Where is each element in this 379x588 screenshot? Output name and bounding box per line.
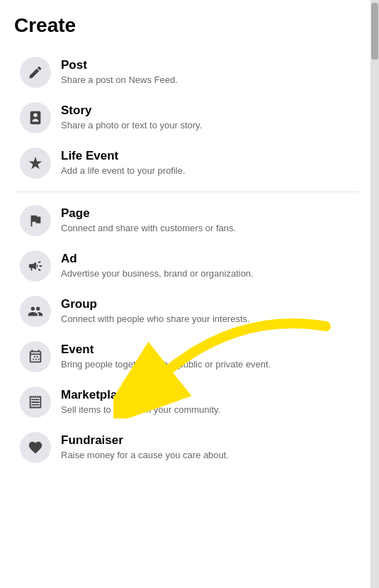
post-icon-circle (20, 57, 51, 88)
fundraiser-text: Fundraiser Raise money for a cause you c… (61, 433, 229, 462)
ad-text: Ad Advertise your business, brand or org… (61, 251, 254, 280)
marketplace-text: Marketplace Listing Sell items to people… (61, 387, 220, 416)
story-text: Story Share a photo or text to your stor… (61, 103, 202, 132)
page-text: Page Connect and share with customers or… (61, 206, 236, 235)
menu-item-page[interactable]: Page Connect and share with customers or… (14, 198, 359, 243)
menu-item-life-event[interactable]: Life Event Add a life event to your prof… (14, 140, 359, 186)
group-desc: Connect with people who share your inter… (61, 313, 250, 326)
menu-item-event[interactable]: Event Bring people together with a publi… (14, 334, 359, 379)
ad-icon-circle (20, 250, 51, 282)
ad-title: Ad (61, 251, 254, 267)
menu-item-marketplace[interactable]: Marketplace Listing Sell items to people… (14, 379, 359, 425)
post-title: Post (61, 57, 178, 73)
fundraiser-desc: Raise money for a cause you care about. (61, 449, 229, 462)
life-event-icon-circle (20, 148, 51, 179)
fundraiser-icon (28, 440, 43, 455)
section-divider (14, 192, 359, 192)
story-desc: Share a photo or text to your story. (61, 119, 202, 132)
marketplace-icon-circle (20, 387, 51, 418)
life-event-desc: Add a life event to your profile. (61, 165, 186, 177)
marketplace-title: Marketplace Listing (61, 387, 220, 403)
main-content: Create Post Share a post on News Feed. S… (0, 0, 370, 588)
menu-item-fundraiser[interactable]: Fundraiser Raise money for a cause you c… (14, 425, 359, 470)
fundraiser-title: Fundraiser (61, 433, 229, 448)
menu-item-story[interactable]: Story Share a photo or text to your stor… (14, 95, 359, 140)
story-icon-circle (20, 102, 51, 133)
page-desc: Connect and share with customers or fans… (61, 222, 236, 235)
story-title: Story (61, 103, 202, 118)
group-text: Group Connect with people who share your… (61, 296, 250, 326)
post-desc: Share a post on News Feed. (61, 74, 178, 87)
menu-item-post[interactable]: Post Share a post on News Feed. (14, 50, 359, 95)
event-title: Event (61, 342, 271, 357)
page-icon-circle (20, 205, 51, 236)
scrollbar[interactable] (370, 0, 379, 588)
menu-item-group[interactable]: Group Connect with people who share your… (14, 289, 359, 334)
event-text: Event Bring people together with a publi… (61, 342, 271, 371)
event-icon (28, 349, 43, 365)
page-container: Create Post Share a post on News Feed. S… (0, 0, 379, 588)
life-event-title: Life Event (61, 148, 186, 164)
ad-icon (28, 258, 43, 274)
fundraiser-icon-circle (20, 432, 51, 463)
page-icon (28, 213, 43, 228)
ad-desc: Advertise your business, brand or organi… (61, 267, 254, 280)
post-icon (28, 65, 43, 80)
post-text: Post Share a post on News Feed. (61, 57, 178, 87)
page-title-item: Page (61, 206, 236, 221)
event-desc: Bring people together with a public or p… (61, 358, 271, 371)
scrollbar-thumb[interactable] (371, 3, 378, 60)
page-title: Create (14, 14, 359, 37)
group-icon-circle (20, 296, 51, 327)
menu-item-ad[interactable]: Ad Advertise your business, brand or org… (14, 243, 359, 289)
life-event-text: Life Event Add a life event to your prof… (61, 148, 186, 177)
story-icon (28, 110, 43, 126)
life-event-icon (28, 155, 43, 171)
group-icon (28, 304, 43, 319)
group-title: Group (61, 296, 250, 312)
event-icon-circle (20, 341, 51, 372)
marketplace-desc: Sell items to people in your community. (61, 404, 220, 416)
marketplace-icon (28, 394, 43, 410)
